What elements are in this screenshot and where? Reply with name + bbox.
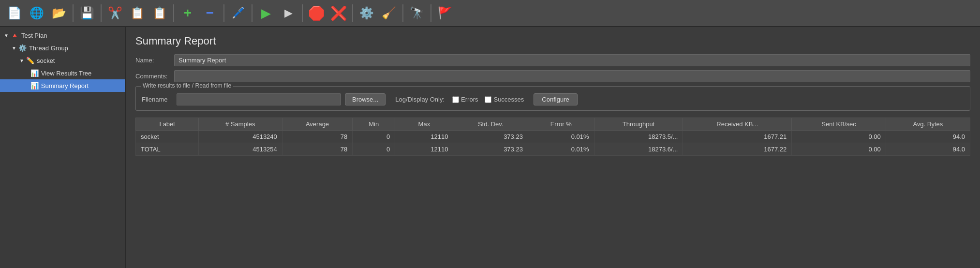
- socket-label: socket: [37, 57, 55, 64]
- wand-icon: 🖊️: [232, 7, 245, 19]
- successes-checkbox[interactable]: [485, 96, 491, 103]
- save-button[interactable]: 💾: [76, 2, 98, 24]
- table-row: socket451324078012110373.230.01%18273.5/…: [136, 131, 970, 143]
- flag-button[interactable]: 🚩: [434, 2, 456, 24]
- comments-input[interactable]: [174, 70, 970, 82]
- log-display-label: Log/Display Only:: [395, 96, 445, 103]
- gear-button[interactable]: ⚙️: [356, 2, 377, 24]
- test-plan-label: Test Plan: [21, 32, 47, 39]
- cell-row1-col8: 1677.22: [683, 143, 792, 156]
- tree-arrow-test-plan: ▼: [4, 33, 9, 38]
- col-throughput: Throughput: [594, 118, 683, 131]
- play-icon: ▶: [261, 6, 271, 21]
- sidebar-item-thread-group[interactable]: ▼ ⚙️ Thread Group: [0, 42, 125, 54]
- thread-group-icon: ⚙️: [18, 44, 27, 52]
- add-button[interactable]: +: [177, 2, 198, 24]
- paste-icon: 📋: [152, 6, 167, 20]
- minus-icon: −: [206, 5, 214, 21]
- cell-row0-col5: 373.23: [453, 131, 528, 143]
- name-row: Name:: [135, 54, 970, 66]
- name-input[interactable]: [174, 54, 970, 66]
- separator-8: [402, 4, 403, 22]
- clear-icon: ❌: [330, 5, 347, 21]
- separator-1: [73, 4, 74, 22]
- table-body: socket451324078012110373.230.01%18273.5/…: [136, 131, 970, 156]
- cell-row0-col10: 94.0: [886, 131, 970, 143]
- play-button[interactable]: ▶: [255, 2, 277, 24]
- tree-arrow-sr: [27, 83, 29, 89]
- remove-button[interactable]: −: [199, 2, 221, 24]
- name-label: Name:: [135, 57, 174, 64]
- socket-icon: ✏️: [26, 57, 34, 64]
- errors-checkbox-item: Errors: [452, 96, 478, 103]
- folder-icon: 📂: [52, 6, 66, 20]
- cell-row1-col10: 94.0: [886, 143, 970, 156]
- errors-label: Errors: [461, 96, 478, 103]
- cell-row0-col7: 18273.5/...: [594, 131, 683, 143]
- sidebar: ▼ 🔺 Test Plan ▼ ⚙️ Thread Group ▼ ✏️ soc…: [0, 27, 126, 268]
- sidebar-item-summary-report[interactable]: 📊 Summary Report: [0, 79, 125, 92]
- scissors-icon: ✂️: [108, 6, 122, 20]
- cell-row0-col9: 0.00: [792, 131, 886, 143]
- wand-button[interactable]: 🖊️: [227, 2, 249, 24]
- open-button[interactable]: 🌐: [26, 2, 47, 24]
- copy-icon: 📋: [130, 6, 145, 20]
- separator-7: [352, 4, 353, 22]
- cell-row1-col1: 4513254: [198, 143, 282, 156]
- folder-button[interactable]: 📂: [48, 2, 70, 24]
- open-icon: 🌐: [30, 6, 44, 20]
- separator-5: [252, 4, 252, 22]
- binoculars-icon: 🔭: [410, 6, 424, 20]
- broom-icon: 🧹: [382, 6, 396, 20]
- content-area: Summary Report Name: Comments: Write res…: [126, 27, 980, 268]
- cell-row0-col8: 1677.21: [683, 131, 792, 143]
- filename-label: Filename: [142, 96, 173, 103]
- checkbox-row: Errors Successes: [452, 96, 524, 103]
- summary-report-icon: 📊: [30, 82, 39, 89]
- binoculars-button[interactable]: 🔭: [406, 2, 428, 24]
- col-max: Max: [395, 118, 453, 131]
- sidebar-item-view-results-tree[interactable]: 📊 View Results Tree: [0, 67, 125, 79]
- successes-checkbox-item: Successes: [485, 96, 524, 103]
- cell-row1-col9: 0.00: [792, 143, 886, 156]
- filename-input[interactable]: [177, 93, 341, 105]
- main-layout: ▼ 🔺 Test Plan ▼ ⚙️ Thread Group ▼ ✏️ soc…: [0, 27, 980, 268]
- table-row: TOTAL451325478012110373.230.01%18273.6/.…: [136, 143, 970, 156]
- flag-icon: 🚩: [438, 6, 452, 20]
- clear-button[interactable]: ❌: [328, 2, 349, 24]
- col-sent-kb: Sent KB/sec: [792, 118, 886, 131]
- scissors-button[interactable]: ✂️: [104, 2, 126, 24]
- summary-report-label: Summary Report: [41, 82, 89, 89]
- broom-button[interactable]: 🧹: [378, 2, 400, 24]
- gear-icon: ⚙️: [359, 6, 374, 20]
- paste-button[interactable]: 📋: [149, 2, 170, 24]
- copy-button[interactable]: 📋: [127, 2, 148, 24]
- stop-button[interactable]: 🛑: [306, 2, 327, 24]
- separator-2: [101, 4, 102, 22]
- col-average: Average: [282, 118, 352, 131]
- run-button[interactable]: ▶: [278, 2, 299, 24]
- cell-row1-col3: 0: [353, 143, 395, 156]
- cell-row1-col5: 373.23: [453, 143, 528, 156]
- new-icon: 📄: [7, 6, 22, 20]
- cell-row0-col3: 0: [353, 131, 395, 143]
- plus-icon: +: [184, 5, 192, 21]
- filename-row: Filename Browse... Log/Display Only: Err…: [142, 93, 964, 105]
- sidebar-item-test-plan[interactable]: ▼ 🔺 Test Plan: [0, 29, 125, 42]
- cell-row0-col6: 0.01%: [528, 131, 594, 143]
- separator-6: [302, 4, 303, 22]
- new-button[interactable]: 📄: [4, 2, 25, 24]
- run-icon: ▶: [284, 7, 293, 19]
- tree-arrow-thread-group: ▼: [12, 45, 16, 51]
- stop-icon: 🛑: [308, 5, 325, 21]
- browse-button[interactable]: Browse...: [345, 93, 386, 105]
- sidebar-item-socket[interactable]: ▼ ✏️ socket: [0, 54, 125, 67]
- file-group: Write results to file / Read from file F…: [135, 86, 970, 111]
- col-min: Min: [353, 118, 395, 131]
- col-avg-bytes: Avg. Bytes: [886, 118, 970, 131]
- configure-button[interactable]: Configure: [534, 93, 577, 105]
- cell-row0-col4: 12110: [395, 131, 453, 143]
- view-results-label: View Results Tree: [41, 70, 92, 77]
- errors-checkbox[interactable]: [452, 96, 459, 103]
- separator-9: [431, 4, 431, 22]
